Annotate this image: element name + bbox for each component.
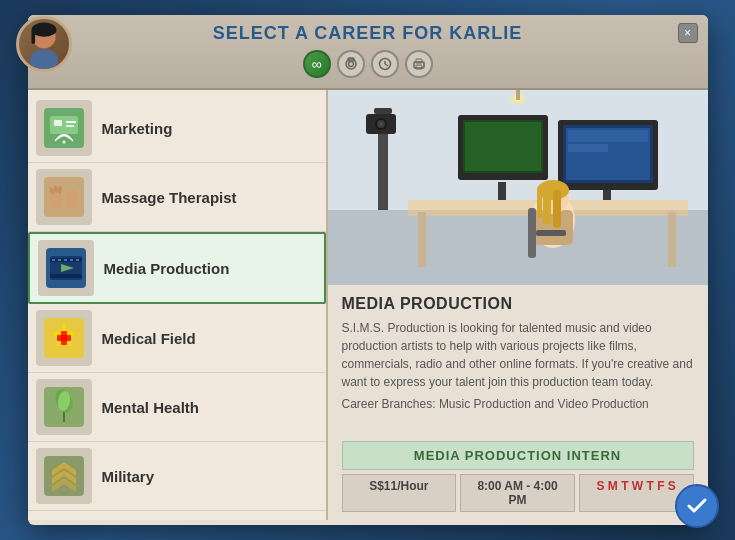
svg-rect-80 bbox=[536, 230, 566, 236]
svg-point-3 bbox=[30, 49, 59, 70]
aspiration-icons-bar: ∞ bbox=[44, 44, 692, 82]
svg-point-71 bbox=[379, 122, 383, 126]
svg-rect-77 bbox=[553, 190, 561, 228]
confirm-button[interactable] bbox=[675, 484, 719, 528]
career-name-mental-health: Mental Health bbox=[102, 399, 200, 416]
career-footer: Media Production Intern S$11/Hour 8:00 A… bbox=[328, 435, 708, 520]
career-icon-marketing bbox=[36, 100, 92, 156]
job-stats-row: S$11/Hour 8:00 AM - 4:00 PM S M T W T F … bbox=[342, 474, 694, 512]
avatar bbox=[16, 16, 72, 72]
job-hours: 8:00 AM - 4:00 PM bbox=[460, 474, 575, 512]
aspiration-icon-infinity[interactable]: ∞ bbox=[303, 50, 331, 78]
svg-rect-76 bbox=[543, 190, 551, 225]
svg-line-9 bbox=[385, 64, 388, 66]
career-info-section: Media Production S.I.M.S. Production is … bbox=[328, 285, 708, 435]
career-item-military[interactable]: Military bbox=[28, 442, 326, 511]
svg-rect-79 bbox=[528, 208, 536, 258]
svg-rect-28 bbox=[50, 274, 82, 278]
career-icon-military bbox=[36, 448, 92, 504]
dialog-title: Select a Career for Karlie bbox=[44, 23, 692, 44]
svg-rect-38 bbox=[57, 335, 71, 341]
svg-rect-59 bbox=[465, 122, 541, 171]
svg-rect-65 bbox=[668, 212, 676, 267]
career-description-text: S.I.M.S. Production is looking for talen… bbox=[342, 319, 694, 391]
svg-point-5 bbox=[348, 62, 353, 67]
career-list: Marketing Massage Therapis bbox=[28, 90, 328, 520]
career-name-marketing: Marketing bbox=[102, 120, 173, 137]
aspiration-icon-camera[interactable] bbox=[337, 50, 365, 78]
career-item-medical[interactable]: Medical Field bbox=[28, 304, 326, 373]
svg-point-18 bbox=[62, 141, 65, 144]
career-detail-panel: Media Production S.I.M.S. Production is … bbox=[328, 90, 708, 520]
career-icon-media bbox=[38, 240, 94, 296]
dialog-body: Marketing Massage Therapis bbox=[28, 90, 708, 520]
svg-point-1 bbox=[32, 23, 57, 37]
svg-rect-30 bbox=[58, 259, 61, 261]
career-name-medical: Medical Field bbox=[102, 330, 196, 347]
svg-rect-31 bbox=[64, 259, 67, 261]
aspiration-icon-print[interactable] bbox=[405, 50, 433, 78]
close-button[interactable]: × bbox=[678, 23, 698, 43]
svg-rect-60 bbox=[498, 182, 506, 202]
job-pay: S$11/Hour bbox=[342, 474, 457, 512]
svg-rect-49 bbox=[328, 210, 708, 285]
career-icon-medical bbox=[36, 310, 92, 366]
career-name-massage: Massage Therapist bbox=[102, 189, 237, 206]
career-icon-massage bbox=[36, 169, 92, 225]
svg-rect-15 bbox=[54, 120, 62, 126]
career-name-media: Media Production bbox=[104, 260, 230, 277]
selected-career-title: Media Production bbox=[342, 295, 694, 313]
career-icon-mental-health bbox=[36, 379, 92, 435]
career-item-mental-health[interactable]: Mental Health bbox=[28, 373, 326, 442]
svg-rect-67 bbox=[374, 108, 392, 114]
job-title-bar: Media Production Intern bbox=[342, 441, 694, 470]
svg-rect-29 bbox=[52, 259, 55, 261]
svg-rect-33 bbox=[76, 259, 79, 261]
svg-rect-54 bbox=[568, 144, 608, 152]
svg-point-83 bbox=[510, 90, 526, 106]
career-item-media-production[interactable]: Media Production bbox=[28, 232, 326, 304]
svg-rect-32 bbox=[70, 259, 73, 261]
career-item-massage-therapist[interactable]: Massage Therapist bbox=[28, 163, 326, 232]
career-item-marketing[interactable]: Marketing bbox=[28, 94, 326, 163]
career-name-military: Military bbox=[102, 468, 155, 485]
svg-rect-64 bbox=[418, 212, 426, 267]
career-preview-image bbox=[328, 90, 708, 285]
dialog-header: Select a Career for Karlie × ∞ bbox=[28, 15, 708, 90]
career-selection-dialog: Select a Career for Karlie × ∞ bbox=[28, 15, 708, 525]
career-branches-text: Career Branches: Music Production and Vi… bbox=[342, 395, 694, 413]
svg-rect-2 bbox=[32, 30, 36, 44]
svg-rect-53 bbox=[568, 130, 648, 142]
svg-rect-78 bbox=[537, 190, 542, 218]
aspiration-icon-clock[interactable] bbox=[371, 50, 399, 78]
